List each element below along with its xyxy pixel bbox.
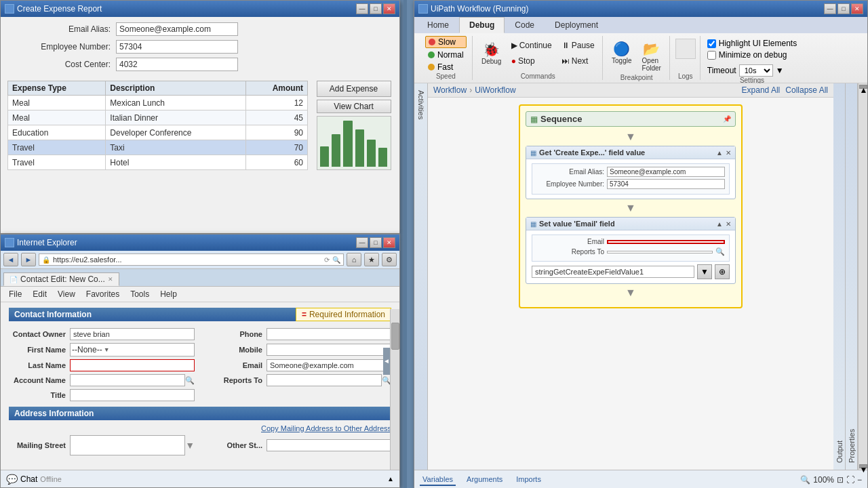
breadcrumb-workflow[interactable]: Workflow bbox=[433, 85, 467, 95]
fast-speed-button[interactable]: Fast bbox=[425, 62, 467, 73]
add-expense-button[interactable]: Add Expense bbox=[317, 81, 391, 97]
uipath-scroll-track[interactable]: ▲ ▼ bbox=[858, 83, 867, 470]
forward-button[interactable]: ► bbox=[21, 253, 36, 266]
formula-dropdown-button[interactable]: ▼ bbox=[697, 264, 712, 279]
phone-input[interactable] bbox=[267, 328, 391, 340]
settings-icon[interactable]: ⚙ bbox=[382, 253, 397, 266]
table-row[interactable]: Travel Taxi 70 bbox=[8, 140, 308, 155]
uipath-minimize-button[interactable]: — bbox=[824, 3, 836, 14]
browser-tab-contact[interactable]: 📄 Contact Edit: New Co... ✕ bbox=[3, 272, 119, 286]
scroll-thumb[interactable] bbox=[391, 323, 399, 350]
menu-edit[interactable]: Edit bbox=[27, 288, 52, 300]
view-chart-button[interactable]: View Chart bbox=[317, 100, 391, 113]
activity-2-expand-icon[interactable]: ▲ bbox=[716, 220, 723, 228]
stop-button[interactable]: ● Stop bbox=[508, 54, 555, 68]
url-text[interactable]: https://eu2.salesfor... bbox=[53, 256, 321, 264]
table-row[interactable]: Education Developer Conference 90 bbox=[8, 125, 308, 140]
mobile-input[interactable] bbox=[267, 344, 391, 356]
tab-close-icon[interactable]: ✕ bbox=[108, 276, 113, 283]
table-row[interactable]: Meal Mexican Lunch 12 bbox=[8, 96, 308, 110]
title-input[interactable] bbox=[70, 389, 195, 401]
email-contact-input[interactable] bbox=[267, 359, 391, 371]
activity-1-email-row: Email Alias: Someone@example.com bbox=[536, 167, 725, 177]
slow-speed-button[interactable]: Slow bbox=[425, 36, 467, 48]
required-text: Required Information bbox=[309, 310, 385, 319]
continue-button[interactable]: ▶ Continue bbox=[508, 39, 555, 52]
highlight-ui-checkbox[interactable] bbox=[707, 39, 716, 48]
properties-sidebar[interactable]: Properties bbox=[846, 83, 858, 470]
tab-home[interactable]: Home bbox=[417, 17, 459, 33]
toggle-button[interactable]: 🔵 Toggle bbox=[608, 39, 635, 74]
copy-mailing-link[interactable]: Copy Mailing Address to Other Address bbox=[261, 424, 391, 432]
timeout-select[interactable]: 10s 30s 60s bbox=[739, 64, 773, 77]
sidebar-collapse-button[interactable]: ◄ bbox=[383, 348, 390, 375]
table-row[interactable]: Travel Hotel 60 bbox=[8, 155, 308, 170]
tab-deployment[interactable]: Deployment bbox=[545, 17, 608, 33]
resize-icon[interactable]: ▼ bbox=[185, 440, 195, 451]
workflow-main: Workflow › UiWorkflow Expand All Collaps… bbox=[428, 83, 833, 470]
scroll-down-btn[interactable]: ▼ bbox=[859, 464, 867, 468]
activity-1-expand-icon[interactable]: ▲ bbox=[716, 149, 723, 157]
menu-view[interactable]: View bbox=[52, 288, 81, 300]
minimize-button[interactable]: — bbox=[356, 3, 368, 14]
uipath-window: UiPath Workflow (Running) — □ ✕ Home Deb… bbox=[414, 0, 868, 488]
search-icon[interactable]: 🔍 bbox=[332, 256, 340, 264]
account-name-input[interactable] bbox=[70, 374, 185, 386]
browser-close-button[interactable]: ✕ bbox=[383, 237, 395, 248]
home-button[interactable]: ⌂ bbox=[347, 253, 361, 266]
activity-2-close-icon[interactable]: ✕ bbox=[726, 220, 731, 228]
menu-tools[interactable]: Tools bbox=[125, 288, 155, 300]
sequence-pin-icon[interactable]: 📌 bbox=[723, 115, 731, 123]
fit-to-screen-icon[interactable]: ⊡ bbox=[837, 475, 844, 485]
formula-share-button[interactable]: ⊕ bbox=[715, 264, 730, 279]
activities-sidebar[interactable]: Activities bbox=[414, 83, 428, 470]
table-row[interactable]: Meal Italian Dinner 45 bbox=[8, 110, 308, 125]
scroll-track[interactable] bbox=[390, 309, 399, 470]
chart-bar bbox=[320, 146, 329, 167]
pause-button[interactable]: ⏸ Pause bbox=[558, 39, 598, 52]
debug-button[interactable]: 🐞 Debug bbox=[478, 39, 505, 67]
output-sidebar[interactable]: Output bbox=[833, 83, 846, 470]
formula-input[interactable] bbox=[532, 266, 694, 278]
other-street-input[interactable] bbox=[267, 439, 391, 451]
first-name-select[interactable]: --None-- ▼ bbox=[70, 343, 195, 357]
activity-1-employee-label: Employee Number: bbox=[536, 180, 604, 188]
reports-to-input[interactable] bbox=[267, 374, 382, 386]
reports-lookup-icon[interactable]: 🔍 bbox=[715, 247, 725, 256]
menu-file[interactable]: File bbox=[3, 288, 27, 300]
back-button[interactable]: ◄ bbox=[3, 253, 18, 266]
arguments-tab[interactable]: Arguments bbox=[464, 474, 505, 486]
minimize-debug-checkbox[interactable] bbox=[707, 51, 716, 60]
mailing-street-input[interactable] bbox=[70, 435, 185, 455]
search-workflow-icon[interactable]: 🔍 bbox=[800, 475, 810, 485]
maximize-button[interactable]: □ bbox=[370, 3, 382, 14]
browser-minimize-button[interactable]: — bbox=[356, 237, 368, 248]
close-button[interactable]: ✕ bbox=[383, 3, 395, 14]
browser-maximize-button[interactable]: □ bbox=[370, 237, 382, 248]
expense-amount-cell: 12 bbox=[246, 96, 308, 110]
next-button[interactable]: ⏭ Next bbox=[558, 54, 598, 68]
tab-code[interactable]: Code bbox=[505, 17, 545, 33]
activity-1-close-icon[interactable]: ✕ bbox=[726, 149, 731, 157]
chat-expand-icon[interactable]: ▲ bbox=[387, 475, 394, 483]
chat-label[interactable]: Chat bbox=[20, 474, 37, 484]
collapse-all-button[interactable]: Collapse All bbox=[785, 85, 828, 95]
full-screen-icon[interactable]: ⛶ bbox=[846, 475, 854, 485]
refresh-icon[interactable]: ⟳ bbox=[324, 256, 330, 264]
scroll-up-btn[interactable]: ▲ bbox=[859, 85, 867, 89]
tab-debug[interactable]: Debug bbox=[459, 17, 505, 33]
breadcrumb-uiworkflow[interactable]: UiWorkflow bbox=[475, 85, 515, 95]
imports-tab[interactable]: Imports bbox=[513, 474, 544, 486]
expand-all-button[interactable]: Expand All bbox=[742, 85, 781, 95]
favorites-button[interactable]: ★ bbox=[364, 253, 379, 266]
open-folder-button[interactable]: 📂 OpenFolder bbox=[638, 39, 665, 74]
lookup-icon[interactable]: 🔍 bbox=[185, 376, 195, 385]
menu-help[interactable]: Help bbox=[155, 288, 182, 300]
variables-tab[interactable]: Variables bbox=[420, 474, 456, 486]
zoom-out-icon[interactable]: − bbox=[857, 475, 862, 485]
last-name-input[interactable] bbox=[70, 359, 195, 371]
uipath-close-button[interactable]: ✕ bbox=[851, 3, 863, 14]
normal-speed-button[interactable]: Normal bbox=[425, 49, 467, 60]
uipath-maximize-button[interactable]: □ bbox=[837, 3, 850, 14]
menu-favorites[interactable]: Favorites bbox=[81, 288, 125, 300]
